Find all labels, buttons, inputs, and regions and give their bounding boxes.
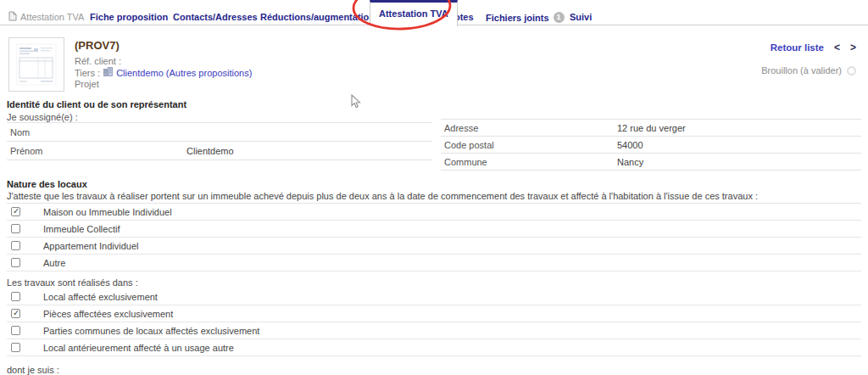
option-parties-communes[interactable]: Parties communes de locaux affectés excl… [7, 322, 861, 339]
option-label: Appartement Individuel [43, 241, 139, 251]
checkbox[interactable] [11, 224, 20, 233]
checkbox[interactable] [11, 207, 20, 216]
option-maison-individuelle[interactable]: Maison ou Immeuble Individuel [7, 204, 861, 221]
option-label: Pièces affectées exclusivement [43, 309, 173, 319]
attachments-count-badge: 1 [554, 12, 565, 23]
commune-value: Nancy [617, 157, 643, 167]
travaux-realises-title: Les travaux sont réalisés dans : [7, 277, 861, 288]
tab-reductions-augmentations[interactable]: Réductions/augmentations [260, 12, 380, 22]
prenom-value: Clientdemo [186, 146, 234, 156]
nature-statement: J'atteste que les travaux à réaliser por… [7, 191, 861, 204]
adresse-label: Adresse [441, 123, 617, 133]
tab-suivi[interactable]: Suivi [570, 12, 592, 22]
tiers-label: Tiers : [75, 68, 100, 78]
next-record-arrow[interactable]: > [850, 42, 856, 53]
nature-des-locaux-section: Nature des locaux J'atteste que les trav… [7, 179, 861, 375]
code-postal-value: 54000 [617, 140, 643, 150]
code-postal-label: Code postal [441, 140, 617, 150]
option-autre[interactable]: Autre [7, 255, 861, 271]
document-thumbnail[interactable] [8, 37, 64, 92]
document-preview-image [15, 42, 58, 87]
dont-je-suis-text: dont je suis : [7, 365, 861, 375]
option-label: Parties communes de locaux affectés excl… [43, 326, 259, 336]
prenom-label: Prénom [7, 146, 186, 156]
tab-attestation-tva-active[interactable]: Attestation TVA [370, 0, 458, 26]
option-label: Immeuble Collectif [43, 224, 120, 234]
option-immeuble-collectif[interactable]: Immeuble Collectif [7, 221, 861, 238]
proposal-ref-title: (PROV7) [75, 39, 120, 52]
checkbox[interactable] [11, 326, 20, 335]
option-appartement-individuel[interactable]: Appartement Individuel [7, 238, 861, 255]
tab-fichiers-joints-label: Fichiers joints [486, 13, 549, 23]
breadcrumb-label: Attestation TVA [20, 12, 84, 22]
checkbox[interactable] [11, 292, 20, 301]
field-row-adresse[interactable]: Adresse 12 rue du verger [441, 120, 861, 137]
nom-label: Nom [7, 127, 186, 137]
company-icon [103, 67, 113, 78]
draft-status-icon [847, 66, 856, 76]
option-local-affecte[interactable]: Local affecté exclusivement [7, 288, 861, 305]
tab-fiche-proposition[interactable]: Fiche proposition [90, 12, 168, 22]
nature-title: Nature des locaux [7, 179, 861, 189]
projet-line: Projet [75, 79, 99, 89]
ref-client-line: Réf. client : [75, 56, 121, 66]
document-icon [8, 11, 17, 23]
tab-bar: Attestation TVA Fiche proposition Contac… [0, 0, 868, 25]
option-pieces-affectees[interactable]: Pièces affectées exclusivement [7, 305, 861, 322]
identity-title: Identité du client ou de son représentan… [7, 99, 432, 109]
status-label: Brouillon (à valider) [761, 65, 842, 76]
previous-record-arrow[interactable]: < [834, 42, 840, 53]
breadcrumb: Attestation TVA [8, 11, 84, 23]
checkbox[interactable] [11, 241, 20, 250]
field-row-code-postal[interactable]: Code postal 54000 [441, 137, 861, 154]
option-label: Maison ou Immeuble Individuel [43, 207, 172, 217]
back-to-list-link[interactable]: Retour liste [771, 42, 824, 53]
third-party-link[interactable]: Clientdemo (Autres propositions) [116, 68, 252, 78]
adresse-value: 12 rue du verger [617, 123, 686, 133]
status-line: Brouillon (à valider) [761, 65, 856, 76]
option-local-anterieurement[interactable]: Local antérieurement affecté à un usage … [7, 339, 861, 356]
option-label: Local antérieurement affecté à un usage … [43, 343, 234, 353]
checkbox[interactable] [11, 343, 20, 352]
back-to-list-area: Retour liste < > [771, 42, 856, 53]
identity-subtitle: Je soussigné(e) : [7, 111, 432, 123]
tab-contacts-adresses[interactable]: Contacts/Adresses [173, 12, 258, 22]
option-label: Local affecté exclusivement [43, 292, 158, 302]
commune-label: Commune [441, 157, 617, 167]
checkbox[interactable] [11, 309, 20, 318]
tab-fichiers-joints[interactable]: Fichiers joints 1 [486, 12, 565, 23]
address-section: Adresse 12 rue du verger Code postal 540… [441, 119, 861, 171]
option-label: Autre [43, 258, 65, 268]
checkbox[interactable] [11, 258, 20, 267]
identity-section: Identité du client ou de son représentan… [7, 99, 432, 160]
field-row-commune[interactable]: Commune Nancy [441, 154, 861, 171]
tiers-line: Tiers : Clientdemo (Autres propositions) [75, 67, 252, 78]
field-row-prenom[interactable]: Prénom Clientdemo [7, 142, 432, 160]
field-row-nom[interactable]: Nom [7, 123, 432, 142]
attestation-tva-page: Attestation TVA Fiche proposition Contac… [0, 0, 868, 375]
